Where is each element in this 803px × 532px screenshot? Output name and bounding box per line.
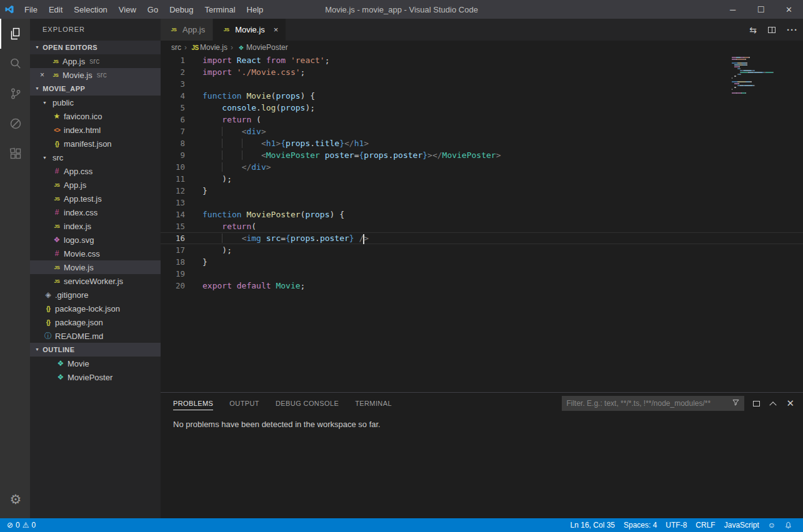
code-line[interactable]: 11 ); (161, 173, 803, 185)
panel-tab-output[interactable]: OUTPUT (229, 397, 259, 410)
editor-tab-app-js[interactable]: JSApp.js (161, 19, 213, 41)
title-bar: FileEditSelectionViewGoDebugTerminalHelp… (0, 0, 803, 19)
tab-label: Movie.js (235, 25, 265, 34)
activitybar-extensions-icon[interactable] (0, 139, 30, 169)
close-panel-icon[interactable]: ✕ (786, 398, 794, 409)
workspace-header[interactable]: ▼ MOVIE_APP (30, 82, 161, 96)
code-line[interactable]: 12} (161, 185, 803, 197)
indentation-status[interactable]: Spaces: 4 (619, 521, 661, 530)
code-line[interactable]: 16 <img src={props.poster} /> (161, 232, 803, 244)
code-line[interactable]: 3 (161, 78, 803, 90)
more-actions-icon[interactable]: ··· (787, 24, 798, 35)
file-item[interactable]: JSserviceWorker.js (30, 274, 161, 288)
file-item[interactable]: #index.css (30, 205, 161, 219)
open-editors-header[interactable]: ▼ OPEN EDITORS (30, 41, 161, 54)
folder-item[interactable]: ▼src (30, 150, 161, 164)
feedback-icon[interactable]: ☺ (764, 521, 780, 530)
file-item[interactable]: ★favicon.ico (30, 109, 161, 123)
line-number: 8 (161, 137, 185, 149)
outline-header[interactable]: ▼ OUTLINE (30, 343, 161, 357)
code-line[interactable]: 15 return( (161, 220, 803, 232)
eol-status[interactable]: CRLF (691, 521, 719, 530)
outline-item[interactable]: ❖Movie (30, 357, 161, 370)
activitybar-debug-icon[interactable] (0, 109, 30, 139)
breadcrumb-item[interactable]: ❖MoviePoster (236, 43, 288, 52)
code-line[interactable]: 6 return ( (161, 114, 803, 126)
split-editor-icon[interactable] (768, 27, 776, 33)
file-item[interactable]: JSApp.test.js (30, 192, 161, 205)
file-item[interactable]: {}package.json (30, 315, 161, 329)
close-icon[interactable]: × (40, 71, 50, 79)
open-changes-icon[interactable]: ⇆ (749, 25, 757, 35)
code-line[interactable]: 5 console.log(props); (161, 102, 803, 114)
code-editor[interactable]: 1import React from 'react';2import './Mo… (161, 54, 803, 392)
minimize-button[interactable]: ─ (719, 0, 747, 19)
problems-message: No problems have been detected in the wo… (173, 420, 381, 429)
file-item[interactable]: #Movie.css (30, 247, 161, 260)
menu-terminal[interactable]: Terminal (199, 5, 241, 14)
close-window-button[interactable]: ✕ (775, 0, 803, 19)
file-item[interactable]: JSApp.js (30, 178, 161, 192)
open-editor-item[interactable]: JSApp.jssrc (30, 54, 161, 68)
file-item[interactable]: ◈.gitignore (30, 288, 161, 302)
outline-item[interactable]: ❖MoviePoster (30, 370, 161, 384)
close-icon[interactable]: × (274, 25, 279, 34)
code-line[interactable]: 19 (161, 268, 803, 280)
maximize-button[interactable]: ☐ (747, 0, 775, 19)
activitybar-source-control-icon[interactable] (0, 79, 30, 109)
code-line[interactable]: 18} (161, 256, 803, 268)
chevron-down-icon: ▼ (42, 101, 51, 105)
file-item[interactable]: ⓘREADME.md (30, 329, 161, 343)
problems-filter[interactable] (562, 396, 744, 411)
filter-input[interactable] (566, 399, 732, 408)
code-line[interactable]: 14function MoviePoster(props) { (161, 209, 803, 220)
file-item[interactable]: {}package-lock.json (30, 302, 161, 315)
code-line[interactable]: 8 <h1>{props.title}</h1> (161, 137, 803, 149)
cursor-position-status[interactable]: Ln 16, Col 35 (566, 521, 619, 530)
menu-view[interactable]: View (113, 5, 142, 14)
code-line[interactable]: 2import './Movie.css'; (161, 66, 803, 78)
notifications-bell-icon[interactable] (780, 521, 797, 530)
menu-go[interactable]: Go (142, 5, 164, 14)
menu-file[interactable]: File (19, 5, 43, 14)
menu-selection[interactable]: Selection (68, 5, 112, 14)
file-item[interactable]: #App.css (30, 164, 161, 178)
panel-tab-debug-console[interactable]: DEBUG CONSOLE (276, 397, 339, 410)
minimap[interactable] (732, 57, 794, 94)
activitybar-explorer-icon[interactable] (0, 19, 30, 49)
activitybar-settings-icon[interactable]: ⚙ (0, 485, 30, 515)
file-item[interactable]: JSMovie.js (30, 260, 161, 274)
line-number: 19 (161, 268, 185, 280)
problems-status[interactable]: ⊘ 0 ⚠ 0 (2, 521, 40, 530)
js-file-icon: JS (50, 72, 61, 78)
breadcrumb-item[interactable]: src (171, 43, 181, 52)
file-item[interactable]: <>index.html (30, 123, 161, 137)
panel-layout-icon[interactable] (753, 401, 760, 406)
language-status[interactable]: JavaScript (720, 521, 764, 530)
panel-tab-terminal[interactable]: TERMINAL (355, 397, 392, 410)
maximize-panel-icon[interactable] (770, 401, 777, 408)
code-line[interactable]: 17 ); (161, 244, 803, 256)
code-line[interactable]: 4function Movie(props) { (161, 90, 803, 102)
breadcrumb-item[interactable]: JSMovie.js (190, 43, 227, 52)
code-line[interactable]: 20export default Movie; (161, 280, 803, 292)
file-item[interactable]: ❖logo.svg (30, 233, 161, 247)
menu-debug[interactable]: Debug (164, 5, 199, 14)
activitybar-search-icon[interactable] (0, 49, 30, 79)
status-bar: ⊘ 0 ⚠ 0 Ln 16, Col 35 Spaces: 4 UTF-8 CR… (0, 518, 803, 532)
folder-item[interactable]: ▼public (30, 96, 161, 109)
code-line[interactable]: 7 <div> (161, 126, 803, 137)
menu-edit[interactable]: Edit (43, 5, 68, 14)
open-editor-item[interactable]: ×JSMovie.jssrc (30, 68, 161, 82)
code-line[interactable]: 10 </div> (161, 161, 803, 173)
code-line[interactable]: 1import React from 'react'; (161, 54, 803, 66)
menu-help[interactable]: Help (241, 5, 269, 14)
code-line[interactable]: 9 <MoviePoster poster={props.poster}></M… (161, 149, 803, 161)
panel-tab-problems[interactable]: PROBLEMS (173, 397, 213, 410)
encoding-status[interactable]: UTF-8 (661, 521, 691, 530)
code-line[interactable]: 13 (161, 197, 803, 209)
tab-label: App.js (182, 25, 205, 34)
file-item[interactable]: {}manifest.json (30, 137, 161, 150)
file-item[interactable]: JSindex.js (30, 219, 161, 233)
editor-tab-movie-js[interactable]: JSMovie.js× (213, 19, 286, 41)
